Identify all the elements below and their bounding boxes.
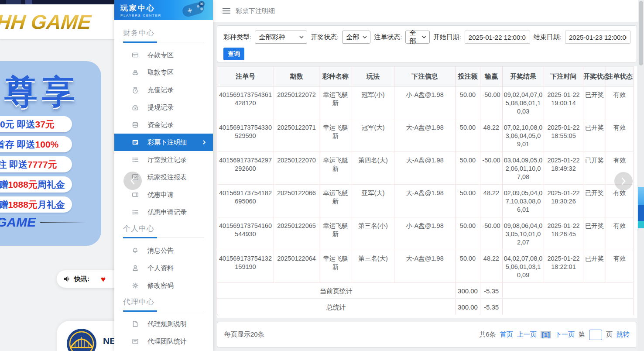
cell: 有效 <box>606 119 634 152</box>
end-date-input[interactable] <box>565 31 630 44</box>
promo-pill[interactable]: 首存 即送100% <box>0 136 72 152</box>
cell: 20250122072 <box>274 86 319 119</box>
sidebar-item-label: 彩票下注明细 <box>147 138 187 147</box>
chevron-left-icon <box>130 177 135 185</box>
cell: 大-A盘@1.98 <box>394 119 456 152</box>
cell: 401569173754182695060 <box>217 185 274 217</box>
sidebar-section: 代理中心 <box>114 297 213 312</box>
sidebar-item-group: 代理规则说明代理团队统计 <box>114 315 213 350</box>
promo-banner: 尊享 0元 即送37元首存 即送100%注 即送7777元加赠1088元周礼金加… <box>0 61 101 246</box>
person-icon <box>132 265 139 272</box>
main-topbar: 彩票下注明细 <box>213 0 638 22</box>
sidebar-item-label: 玩家投注报表 <box>147 173 187 182</box>
sidebar-item-change-password[interactable]: 修改密码 <box>114 277 213 294</box>
promo-pill[interactable]: 0元 即送37元 <box>0 116 72 132</box>
sidebar-item-agent-team-stats[interactable]: 代理团队统计 <box>114 333 213 350</box>
promo-pill-text: 月礼金 <box>38 199 65 211</box>
sidebar-item-promo-apply-records[interactable]: 优惠申请记录 <box>114 203 213 221</box>
sidebar-item-withdraw-records[interactable]: 提现记录 <box>114 99 213 116</box>
page-size-text: 每页显示20条 <box>224 330 264 339</box>
cell: 已开奖 <box>583 86 606 119</box>
cell: 有效 <box>606 250 634 283</box>
column-header: 注单号 <box>217 67 274 86</box>
cell: 48.22 <box>480 250 503 283</box>
page-scrollbar[interactable] <box>638 0 644 351</box>
strip-segment <box>25 0 32 4</box>
sidebar-item-label: 提现记录 <box>147 103 174 112</box>
hamburger-menu-icon[interactable] <box>223 8 230 14</box>
cell: -50.00 <box>480 86 503 119</box>
column-header: 输赢 <box>480 67 503 86</box>
cell: 幸运飞艇新 <box>319 185 352 217</box>
cell: 2025-01-22 19:00:14 <box>544 86 583 119</box>
cell: 401569173754297292600 <box>217 152 274 185</box>
brand-logo[interactable]: HH GAME <box>0 10 92 34</box>
cell: 50.00 <box>456 185 480 217</box>
jump-button[interactable]: 跳转 <box>617 330 630 339</box>
search-button[interactable]: 查询 <box>223 48 244 60</box>
jump-prefix-label: 第 <box>579 330 585 339</box>
sidebar-item-funds-records[interactable]: 资金记录 <box>114 116 213 134</box>
sidebar-item-label: 厅室投注记录 <box>147 156 187 164</box>
cell: 幸运飞艇新 <box>319 86 352 119</box>
cell: 2025-01-22 18:30:26 <box>544 185 583 217</box>
sidebar-item-label: 代理规则说明 <box>147 320 187 328</box>
money-bag-icon <box>132 86 139 93</box>
start-date-input[interactable] <box>465 31 530 44</box>
filter-row: 彩种类型: 全部彩种 开奖状态: 全部 注单状态: 全部 开始日期: 结束日期: <box>223 31 630 44</box>
section-underline <box>123 237 204 238</box>
news-card-title: NE <box>103 336 116 346</box>
table-row: 40156917375413215919020250122064幸运飞艇新第三名… <box>217 250 634 283</box>
summary-bet-total: 300.00 <box>456 299 480 315</box>
promo-pill[interactable]: 加赠1088元周礼金 <box>0 176 72 193</box>
cell: 已开奖 <box>583 185 606 217</box>
summary-empty <box>503 299 634 315</box>
section-underline <box>123 310 204 312</box>
logo-bar: HH GAME <box>0 4 114 39</box>
summary-win-loss: -5.35 <box>480 283 503 299</box>
promo-pill-text: 37元 <box>35 118 55 131</box>
coins-icon <box>132 121 139 128</box>
promo-pill[interactable]: 加赠1888元月礼金 <box>0 196 72 213</box>
sidebar-item-withdraw[interactable]: 取款专区 <box>114 64 213 81</box>
sidebar-item-agent-rules[interactable]: 代理规则说明 <box>114 315 213 333</box>
sidebar-item-hall-bet-records[interactable]: 厅室投注记录 <box>114 151 213 169</box>
pagination-bar: 每页显示20条 共6条 首页 上一页 [1] 下一页 第 页 跳转 <box>217 322 637 348</box>
prev-page-link[interactable]: 上一页 <box>517 330 537 339</box>
cell: 50.00 <box>456 86 480 119</box>
withdraw-hand-icon <box>132 69 139 76</box>
column-header: 彩种名称 <box>319 67 352 86</box>
promo-footer-brand: H GAME <box>0 215 36 230</box>
next-page-link[interactable]: 下一页 <box>555 330 575 339</box>
cell: 48.22 <box>480 119 503 152</box>
lottery-type-select[interactable]: 全部彩种 <box>255 31 307 44</box>
column-header: 玩法 <box>352 67 394 86</box>
column-header: 下注信息 <box>394 67 456 86</box>
sidebar-item-deposit[interactable]: 存款专区 <box>114 46 213 64</box>
sidebar-item-lottery-bet-details[interactable]: 彩票下注明细 <box>114 134 213 151</box>
pagination-controls: 共6条 首页 上一页 [1] 下一页 第 页 跳转 <box>479 330 630 340</box>
background-page: HH GAME 尊享 0元 即送37元首存 即送100%注 即送7777元加赠1… <box>0 0 114 351</box>
scrollbar-thumb[interactable] <box>639 1 643 65</box>
sidebar-item-recharge-records[interactable]: 充值记录 <box>114 81 213 99</box>
cell: 已开奖 <box>583 119 606 152</box>
lottery-type-value: 全部彩种 <box>259 33 285 41</box>
cell: 第三名(大) <box>352 250 394 283</box>
column-header: 注单状态 <box>606 67 634 86</box>
draw-status-select[interactable]: 全部 <box>342 31 370 44</box>
sidebar-section: 财务中心 <box>114 28 213 43</box>
promo-pill[interactable]: 注 即送7777元 <box>0 156 72 172</box>
sidebar-item-profile[interactable]: 个人资料 <box>114 259 213 277</box>
document-icon <box>132 320 139 327</box>
sidebar-item-messages[interactable]: 消息公告 <box>114 242 213 259</box>
order-status-select[interactable]: 全部 <box>405 31 429 44</box>
sidebar-header: 玩家中心 PLAYERS CENTER <box>114 0 213 20</box>
first-page-link[interactable]: 首页 <box>500 330 513 339</box>
carousel-next-button[interactable] <box>614 172 633 190</box>
total-count-text: 共6条 <box>479 330 496 339</box>
carousel-prev-button[interactable] <box>123 172 142 190</box>
sidebar-item-label: 取款专区 <box>147 69 174 77</box>
team-logo-icon <box>66 328 97 351</box>
gamepad-icon <box>177 0 211 20</box>
jump-page-input[interactable] <box>589 330 602 340</box>
